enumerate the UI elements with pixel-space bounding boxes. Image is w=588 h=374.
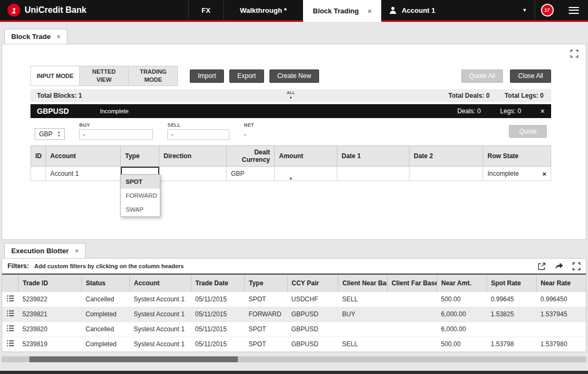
cell-near-rate: 0.996450 (536, 292, 586, 307)
close-icon[interactable]: × (367, 7, 372, 15)
column-header[interactable]: Trade Date (191, 275, 244, 292)
totals-row: Total Blocks: 1 ALL ▲ Total Deals: 0 Tot… (30, 89, 551, 102)
import-button[interactable]: Import (190, 69, 224, 83)
tab-block-trading-label: Block Trading (313, 7, 359, 15)
quote-all-button[interactable]: Quote All (461, 69, 504, 83)
cell-trade-date: 05/11/2015 (191, 322, 244, 337)
tab-block-trade[interactable]: Block Trade × (4, 29, 67, 44)
cell-direction[interactable] (159, 167, 227, 181)
currency-pair: GBPUSD (30, 107, 69, 115)
cell-near-rate: 1.537980 (536, 337, 586, 352)
collapse-block-icon[interactable]: ▲ (289, 176, 293, 181)
buy-input[interactable] (79, 129, 153, 140)
cell-date1[interactable] (337, 167, 409, 181)
cell-client-near-base: SELL (338, 337, 387, 352)
net-label: NET (244, 122, 254, 128)
export-button[interactable]: Export (229, 69, 264, 83)
table-row[interactable]: 5239819 Completed Systest Account 1 05/1… (2, 337, 586, 352)
cell-dealt-currency[interactable]: GBP (227, 167, 275, 181)
row-menu-icon[interactable] (2, 292, 18, 307)
column-header[interactable]: Spot Rate (486, 275, 536, 292)
total-deals: Total Deals: 0 (448, 92, 490, 99)
column-header[interactable]: Near Rate (536, 275, 586, 292)
column-header[interactable]: CCY Pair (287, 275, 338, 292)
row-menu-icon[interactable] (2, 307, 18, 322)
top-bar: 1 UniCredit Bank FX Walkthrough * Block … (0, 0, 588, 22)
chevron-down-icon: ▼ (522, 7, 527, 13)
cell-spot-rate: 1.53825 (486, 307, 536, 322)
currency-select[interactable]: GBP ▲▼ (35, 128, 65, 140)
type-option-swap[interactable]: SWAP (121, 202, 160, 216)
share-icon[interactable] (555, 262, 563, 270)
column-header: Amount (275, 146, 337, 167)
close-icon[interactable]: × (57, 33, 61, 41)
tab-execution-blotter[interactable]: Execution Blotter × (4, 243, 86, 258)
column-header[interactable]: Client Far Base (387, 275, 437, 292)
filters-row: Filters: Add custom filters by clicking … (2, 259, 586, 275)
workspace-tabstrip: Block Trade × (0, 22, 588, 44)
cell-trade-id: 5239820 (18, 322, 81, 337)
column-header[interactable]: Trade ID (18, 275, 81, 292)
type-option-spot[interactable]: SPOT (121, 175, 160, 189)
cell-status: Cancelled (81, 292, 129, 307)
cell-client-far-base (387, 292, 437, 307)
cell-date2[interactable] (409, 167, 483, 181)
block-toolbar: INPUT MODE NETTED VIEW TRADING MODE Impo… (30, 66, 551, 86)
tab-fx[interactable]: FX (188, 0, 223, 20)
sell-input[interactable] (167, 129, 229, 140)
column-header[interactable]: Status (81, 275, 129, 292)
column-header[interactable]: Near Amt. (437, 275, 486, 292)
cell-near-rate (536, 322, 586, 337)
tab-walkthrough[interactable]: Walkthrough * (223, 0, 303, 20)
cell-ccy-pair: GBPUSD (287, 322, 338, 337)
fullscreen-icon[interactable] (572, 262, 581, 270)
notification-badge[interactable]: 17 (541, 4, 554, 17)
cell-account: Systest Account 1 (129, 307, 191, 322)
account-label: Account 1 (401, 6, 435, 14)
column-header[interactable]: Account (129, 275, 191, 292)
close-all-button[interactable]: Close All (510, 69, 551, 83)
cell-account[interactable]: Account 1 (46, 167, 121, 181)
cell-amount[interactable] (275, 167, 337, 181)
column-header[interactable]: Client Near Bas (338, 275, 387, 292)
blotter-tabstrip: Execution Blotter × (0, 240, 588, 258)
tab-block-trade-label: Block Trade (11, 33, 51, 41)
scrollbar-thumb[interactable] (29, 356, 238, 362)
spinner-icon: ▲▼ (57, 130, 60, 137)
create-new-button[interactable]: Create New (269, 69, 319, 83)
table-row[interactable]: 5239822 Cancelled Systest Account 1 05/1… (2, 292, 586, 307)
cell-status: Completed (81, 307, 129, 322)
collapse-all-control[interactable]: ALL ▲ (287, 90, 295, 99)
quote-button[interactable]: Quote (509, 125, 547, 138)
pop-out-icon[interactable] (538, 262, 546, 270)
fullscreen-icon[interactable] (570, 50, 578, 58)
type-dropdown: SPOT FORWARD SWAP (120, 174, 160, 217)
total-legs: Total Legs: 0 (505, 92, 544, 99)
sell-field-group: SELL (167, 122, 229, 140)
column-header[interactable]: Type (244, 275, 287, 292)
horizontal-scrollbar[interactable] (2, 356, 586, 362)
tab-trading-mode[interactable]: TRADING MODE (129, 66, 178, 86)
close-icon[interactable]: × (540, 107, 545, 115)
cell-id[interactable] (31, 167, 46, 181)
type-option-forward[interactable]: FORWARD (121, 189, 160, 202)
tab-netted-view[interactable]: NETTED VIEW (80, 66, 129, 86)
row-menu-icon[interactable] (2, 337, 18, 352)
tab-input-mode[interactable]: INPUT MODE (30, 66, 80, 86)
remove-row-icon[interactable]: × (542, 170, 546, 178)
main-menu-button[interactable] (559, 0, 588, 20)
cell-ccy-pair: GBPUSD (287, 307, 338, 322)
account-selector[interactable]: Account 1 ▼ (381, 0, 535, 20)
cell-near-rate: 1.537945 (536, 307, 586, 322)
close-icon[interactable]: × (75, 247, 79, 255)
block-legs: Legs: 0 (500, 107, 521, 115)
cell-account: Systest Account 1 (129, 292, 191, 307)
table-row[interactable]: 5239821 Completed Systest Account 1 05/1… (2, 307, 586, 322)
column-header: Row State (483, 146, 551, 167)
cell-near-amt: 500.00 (437, 292, 486, 307)
tab-block-trading[interactable]: Block Trading × (303, 0, 381, 22)
table-row[interactable]: 5239820 Cancelled Systest Account 1 05/1… (2, 322, 586, 337)
execution-blotter-panel: Filters: Add custom filters by clicking … (2, 258, 586, 352)
row-menu-icon[interactable] (2, 322, 18, 337)
action-buttons: Import Export Create New (190, 69, 319, 83)
